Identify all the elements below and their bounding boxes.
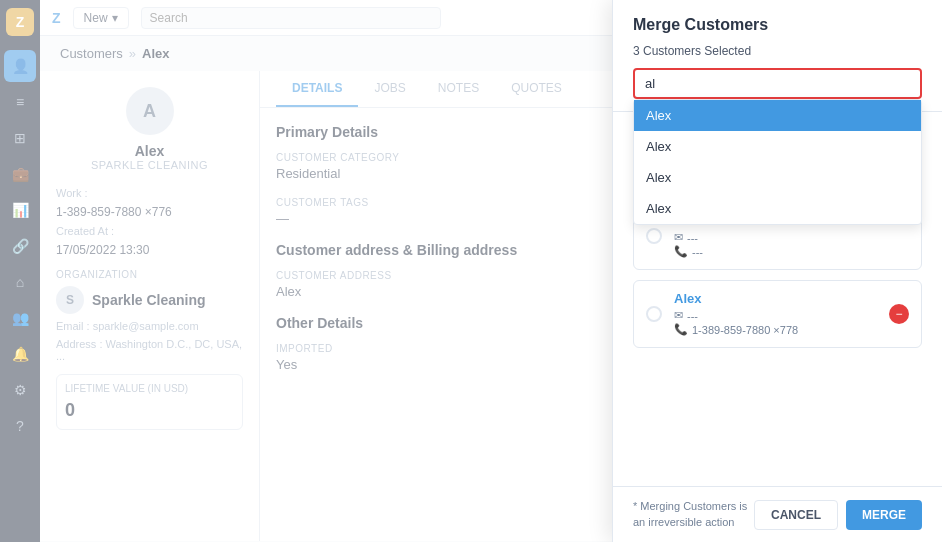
search-dropdown: Alex Alex Alex Alex xyxy=(633,99,922,225)
card-radio-2[interactable] xyxy=(646,228,662,244)
search-box: Alex Alex Alex Alex xyxy=(633,68,922,99)
merge-button[interactable]: MERGE xyxy=(846,500,922,530)
dropdown-item-1[interactable]: Alex xyxy=(634,131,921,162)
footer-buttons: CANCEL MERGE xyxy=(754,500,922,530)
dropdown-item-2[interactable]: Alex xyxy=(634,162,921,193)
modal-footer: * Merging Customers is an irreversible a… xyxy=(613,486,942,542)
warning-text: * Merging Customers is an irreversible a… xyxy=(633,499,754,530)
phone-icon-2: 📞 xyxy=(674,245,688,258)
modal-title: Merge Customers xyxy=(633,16,922,34)
merge-customers-modal: Merge Customers 3 Customers Selected Ale… xyxy=(612,0,942,542)
selected-count: 3 Customers Selected xyxy=(633,44,922,58)
card-name-3: Alex xyxy=(674,291,877,306)
card-phone-3: 📞 1-389-859-7880 ×778 xyxy=(674,323,877,336)
dropdown-item-3[interactable]: Alex xyxy=(634,193,921,224)
modal-header: Merge Customers 3 Customers Selected Ale… xyxy=(613,0,942,112)
customer-search-input[interactable] xyxy=(633,68,922,99)
card-email-2: ✉ --- xyxy=(674,231,909,244)
cancel-button[interactable]: CANCEL xyxy=(754,500,838,530)
card-remove-button-3[interactable]: − xyxy=(889,304,909,324)
email-icon-3: ✉ xyxy=(674,309,683,322)
email-icon-2: ✉ xyxy=(674,231,683,244)
card-phone-2: 📞 --- xyxy=(674,245,909,258)
card-radio-3[interactable] xyxy=(646,306,662,322)
card-email-3: ✉ --- xyxy=(674,309,877,322)
customer-card-3: Alex ✉ --- 📞 1-389-859-7880 ×778 − xyxy=(633,280,922,348)
card-info-3: Alex ✉ --- 📞 1-389-859-7880 ×778 xyxy=(674,291,877,337)
phone-icon-3: 📞 xyxy=(674,323,688,336)
dropdown-item-0[interactable]: Alex xyxy=(634,100,921,131)
